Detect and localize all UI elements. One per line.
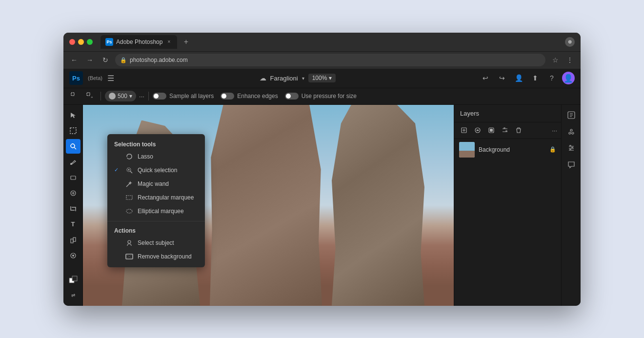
popup-section-title: Selection tools xyxy=(107,138,205,150)
help-btn[interactable]: ? xyxy=(545,72,558,84)
rect-marquee-item[interactable]: Rectangular marquee xyxy=(107,191,205,204)
tab-bar: Ps Adobe Photoshop × + xyxy=(101,35,561,49)
select-mode-btn[interactable] xyxy=(68,90,81,102)
account-btn[interactable]: 👤 xyxy=(512,72,525,84)
svg-text:+: + xyxy=(91,95,93,99)
add-layer-btn[interactable] xyxy=(458,124,470,136)
svg-point-16 xyxy=(128,169,130,170)
foreground-bg-color[interactable] xyxy=(66,273,80,287)
brush-tool[interactable] xyxy=(66,155,80,169)
layers-toolbar: ··· xyxy=(454,122,561,139)
rect-marquee-icon xyxy=(125,193,134,202)
remove-bg-item[interactable]: Remove background xyxy=(107,250,205,263)
select-subject-item[interactable]: Select subject xyxy=(107,236,205,250)
lasso-icon xyxy=(125,152,134,161)
eraser-tool[interactable] xyxy=(66,170,80,185)
background-layer[interactable]: Background 🔒 xyxy=(454,139,561,160)
delete-layer-btn[interactable] xyxy=(513,124,524,136)
svg-rect-14 xyxy=(72,276,77,281)
share-btn[interactable]: ⬆ xyxy=(529,72,542,84)
tools-panel: T ⇌ xyxy=(63,105,83,306)
undo-btn[interactable]: ↩ xyxy=(479,72,492,84)
sample-all-layers-switch[interactable] xyxy=(153,93,166,99)
header-center: ☁ Faraglioni ▾ 100% ▾ xyxy=(121,74,474,82)
properties-btn[interactable] xyxy=(564,141,579,156)
new-tab-btn[interactable]: + xyxy=(179,35,193,49)
browser-menu-btn[interactable]: ⋮ xyxy=(564,54,576,66)
shape-tool[interactable] xyxy=(66,233,80,247)
redo-btn[interactable]: ↪ xyxy=(496,72,508,84)
size-value: 500 xyxy=(118,93,127,99)
quick-selection-item[interactable]: ✓ Quick selection xyxy=(107,163,205,177)
size-dot xyxy=(109,93,116,99)
comments-btn[interactable] xyxy=(564,158,579,172)
maximize-window-btn[interactable] xyxy=(87,39,93,45)
move-tool[interactable] xyxy=(66,108,80,122)
rock-center xyxy=(210,105,322,306)
zoom-value: 100% xyxy=(312,75,327,81)
active-tab[interactable]: Ps Adobe Photoshop × xyxy=(101,35,177,49)
ellipse-marquee-icon xyxy=(125,207,134,216)
marquee-tool[interactable] xyxy=(66,123,80,138)
sample-all-layers-toggle[interactable]: Sample all layers xyxy=(153,93,214,99)
enhance-edges-label: Enhance edges xyxy=(237,93,278,99)
quick-selection-icon xyxy=(125,166,134,175)
layers-panel-title: Layers xyxy=(460,110,479,117)
layers-more-btn[interactable]: ··· xyxy=(552,127,557,134)
back-btn[interactable]: ← xyxy=(68,54,80,66)
magic-wand-item[interactable]: Magic wand xyxy=(107,177,205,191)
svg-point-32 xyxy=(569,132,571,134)
libraries-btn[interactable] xyxy=(564,108,579,122)
adjustment-btn[interactable] xyxy=(499,124,511,136)
star-btn[interactable]: ☆ xyxy=(549,54,561,66)
actions-title: Actions xyxy=(107,224,205,236)
swap-colors-btn[interactable]: ⇌ xyxy=(66,288,80,303)
avatar-image: 👤 xyxy=(564,74,573,83)
adjustments-btn[interactable] xyxy=(564,124,579,139)
canvas-background: Selection tools Lasso ✓ xyxy=(83,105,454,306)
canvas-area[interactable]: Selection tools Lasso ✓ xyxy=(83,105,454,306)
text-tool[interactable]: T xyxy=(66,217,80,232)
brush-size-control[interactable]: 500 ▾ xyxy=(105,91,136,101)
ellipse-marquee-item[interactable]: Elliptical marquee xyxy=(107,204,205,218)
enhance-edges-switch[interactable] xyxy=(221,93,234,99)
healing-tool[interactable] xyxy=(66,186,80,200)
app-body: T ⇌ xyxy=(63,105,581,306)
select-subject-label: Select subject xyxy=(138,239,174,246)
enhance-edges-toggle[interactable]: Enhance edges xyxy=(221,93,278,99)
magic-wand-label: Magic wand xyxy=(138,180,169,187)
minimize-window-btn[interactable] xyxy=(78,39,84,45)
hamburger-menu-btn[interactable]: ☰ xyxy=(107,74,114,83)
svg-point-5 xyxy=(71,144,75,148)
rock-right xyxy=(332,105,424,306)
svg-point-33 xyxy=(572,132,574,134)
zoom-control[interactable]: 100% ▾ xyxy=(308,74,336,82)
user-avatar[interactable]: 👤 xyxy=(562,72,575,84)
svg-rect-27 xyxy=(490,129,493,132)
address-bar[interactable]: 🔒 photoshop.adobe.com xyxy=(115,54,545,66)
remove-bg-label: Remove background xyxy=(138,253,192,260)
svg-rect-1 xyxy=(87,93,90,96)
svg-line-18 xyxy=(126,183,130,187)
lock-icon: 🔒 xyxy=(120,57,127,63)
crop-tool[interactable] xyxy=(66,201,80,216)
forward-btn[interactable]: → xyxy=(84,54,96,66)
mask-btn[interactable] xyxy=(485,124,497,136)
refresh-btn[interactable]: ↻ xyxy=(100,54,111,66)
tab-close-btn[interactable]: × xyxy=(165,39,172,45)
selection-tool[interactable] xyxy=(66,139,80,154)
lasso-tool-item[interactable]: Lasso xyxy=(107,150,205,163)
select-subject-icon xyxy=(125,239,134,247)
close-window-btn[interactable] xyxy=(69,39,75,45)
add-mode-btn[interactable]: + xyxy=(84,90,97,102)
eyedropper-tool[interactable] xyxy=(66,248,80,263)
workspace-dropdown-arrow[interactable]: ▾ xyxy=(302,76,304,81)
svg-rect-0 xyxy=(71,93,74,96)
quick-selection-label: Quick selection xyxy=(138,167,177,174)
pressure-toggle[interactable]: Use pressure for size xyxy=(285,93,357,99)
app-toolbar: + 500 ▾ ··· Sample all layers Enhance ed… xyxy=(63,88,581,105)
tab-title: Adobe Photoshop xyxy=(116,39,162,45)
pressure-switch[interactable] xyxy=(285,93,299,99)
more-options-btn[interactable]: ··· xyxy=(139,93,144,100)
effects-btn[interactable] xyxy=(472,124,483,136)
